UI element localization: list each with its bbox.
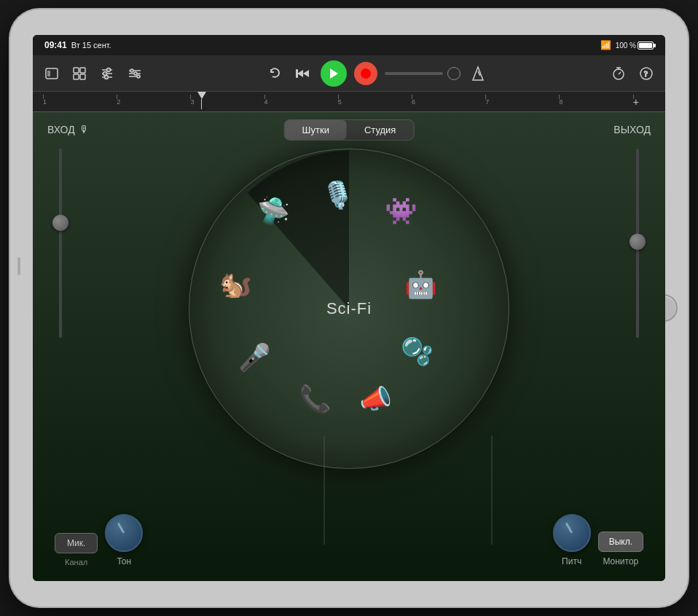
svg-point-15 (130, 69, 133, 72)
svg-point-11 (105, 75, 109, 79)
battery-percent: 100 % (616, 42, 636, 50)
bottom-controls: Мик. Канал Тон Питч (33, 514, 665, 566)
svg-point-9 (103, 71, 107, 75)
progress-bar (385, 72, 443, 75)
status-right: 📶 100 % (600, 40, 654, 50)
pitch-group: Питч (553, 514, 591, 566)
metronome-icon[interactable] (468, 63, 488, 84)
output-label: ВЫХОД (613, 124, 651, 135)
tab-switcher: Шутки Студия (284, 119, 415, 141)
eq-icon[interactable] (125, 63, 145, 84)
loop-indicator (447, 67, 460, 80)
ruler-mark-1: 1 (43, 96, 117, 108)
side-button[interactable] (17, 257, 20, 275)
ruler-mark-7: 7 (485, 96, 559, 108)
tab-studio[interactable]: Студия (347, 120, 413, 140)
ruler-marks: 1 2 3 4 5 6 7 8 + (43, 96, 655, 108)
output-slider-thumb[interactable] (630, 234, 646, 250)
svg-marker-21 (330, 68, 338, 79)
channel-label: Канал (65, 558, 87, 566)
squirrel-icon[interactable]: 🐿️ (215, 264, 256, 305)
tab-jokes[interactable]: Шутки (285, 120, 347, 140)
tone-group: Тон (105, 514, 143, 566)
help-icon[interactable]: ? (636, 63, 656, 84)
voice-wheel-container: Sci-Fi 🛸 🎙️ 👾 🐿️ 🤖 🎤 🫧 📞 📣 (189, 149, 509, 469)
output-slider[interactable] (630, 149, 645, 338)
robot-icon[interactable]: 🤖 (400, 264, 441, 305)
input-label: ВХОД 🎙 (47, 124, 90, 135)
microphone2-icon[interactable]: 🎤 (234, 337, 275, 378)
input-slider-thumb[interactable] (52, 215, 68, 231)
play-button[interactable] (321, 60, 347, 87)
toolbar-left (42, 63, 145, 84)
monitor-group: Выкл. Монитор (598, 532, 643, 566)
tone-label: Тон (117, 556, 131, 566)
input-text: ВХОД (47, 124, 75, 135)
svg-marker-19 (303, 70, 309, 77)
input-slider[interactable] (53, 149, 68, 338)
wifi-icon: 📶 (600, 40, 611, 50)
svg-point-16 (134, 72, 137, 75)
rewind-button[interactable] (293, 63, 313, 84)
pitch-knob[interactable] (553, 514, 591, 552)
toolbar: ? (33, 55, 665, 92)
svg-text:?: ? (644, 69, 648, 78)
ruler-mark-plus[interactable]: + (633, 96, 655, 108)
ruler-mark-6: 6 (412, 96, 485, 108)
svg-rect-5 (80, 74, 85, 79)
ufo-icon[interactable]: 🛸 (254, 191, 294, 232)
monitor-label: Монитор (603, 556, 638, 566)
status-left: 09:41 Вт 15 сент. (44, 40, 111, 50)
svg-point-17 (137, 75, 140, 78)
svg-point-10 (107, 68, 111, 71)
monitor-off-button[interactable]: Выкл. (598, 532, 643, 552)
ruler-mark-5: 5 (338, 96, 412, 108)
tone-knob[interactable] (105, 514, 143, 552)
record-button[interactable] (354, 62, 377, 85)
mic-icon: 🎙 (79, 124, 90, 135)
mixer-icon[interactable] (97, 63, 117, 84)
status-time: 09:41 (44, 40, 67, 50)
ruler-mark-4: 4 (264, 96, 338, 108)
svg-line-27 (619, 72, 621, 74)
output-slider-track (636, 149, 639, 338)
timeline-progress (385, 67, 460, 80)
playhead[interactable] (197, 92, 206, 109)
monster-icon[interactable]: 👾 (381, 191, 422, 232)
tracks-icon[interactable] (69, 63, 90, 84)
svg-rect-20 (296, 69, 298, 78)
timeline-ruler: 1 2 3 4 5 6 7 8 + (33, 92, 665, 112)
ipad-frame: 09:41 Вт 15 сент. 📶 100 % (10, 9, 688, 607)
battery-bar (638, 42, 654, 50)
svg-rect-2 (74, 68, 79, 73)
ruler-mark-2: 2 (117, 96, 190, 108)
timer-icon[interactable] (608, 63, 629, 84)
svg-rect-3 (80, 68, 85, 73)
voice-wheel[interactable]: Sci-Fi 🛸 🎙️ 👾 🐿️ 🤖 🎤 🫧 📞 📣 (189, 149, 509, 469)
output-text: ВЫХОД (613, 124, 651, 135)
input-slider-track (59, 149, 62, 338)
main-content: ВХОД 🎙 ВЫХОД Шутки Студия (33, 112, 665, 581)
status-date: Вт 15 сент. (71, 41, 111, 50)
megaphone-icon[interactable]: 📣 (356, 379, 396, 419)
pitch-label: Питч (562, 556, 581, 566)
playhead-triangle (197, 92, 206, 99)
mic-button[interactable]: Мик. (55, 533, 98, 553)
microphone-old-icon[interactable]: 🎙️ (317, 175, 358, 216)
svg-marker-22 (473, 67, 483, 80)
new-track-icon[interactable] (42, 63, 62, 84)
status-bar: 09:41 Вт 15 сент. 📶 100 % (33, 35, 665, 55)
ruler-mark-8: 8 (559, 96, 632, 108)
svg-marker-18 (297, 70, 303, 77)
telephone-icon[interactable]: 📞 (295, 379, 336, 419)
ipad-screen: 09:41 Вт 15 сент. 📶 100 % (33, 35, 665, 581)
mic-channel-group: Мик. Канал (55, 533, 98, 566)
bubbles-icon[interactable]: 🫧 (397, 331, 438, 372)
toolbar-center (265, 60, 488, 87)
toolbar-right: ? (608, 63, 656, 84)
undo-button[interactable] (265, 63, 286, 84)
battery-indicator: 100 % (616, 42, 654, 50)
wheel-center-label: Sci-Fi (326, 299, 372, 318)
playhead-line (201, 99, 202, 109)
svg-rect-4 (74, 74, 79, 79)
